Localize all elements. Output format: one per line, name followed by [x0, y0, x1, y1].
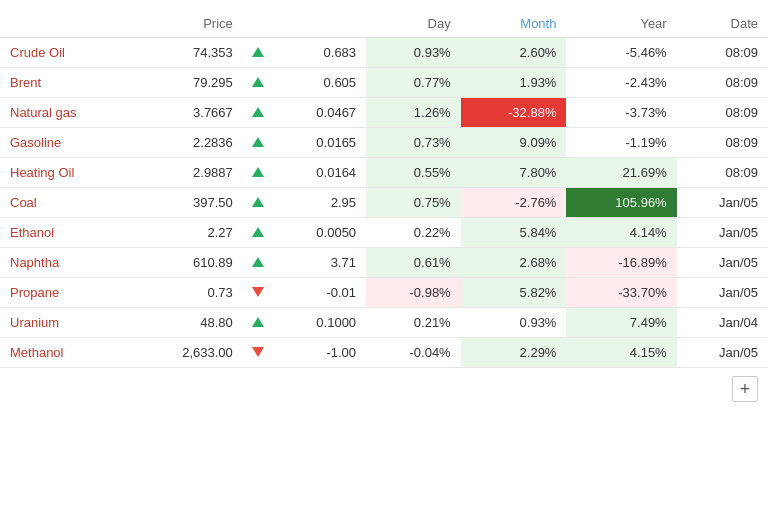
header-year: Year	[566, 10, 676, 38]
add-commodity-button[interactable]: +	[732, 376, 758, 402]
header-month: Month	[461, 10, 567, 38]
arrow-up-icon	[252, 317, 264, 327]
commodity-year: -3.73%	[566, 98, 676, 128]
table-row: Crude Oil74.3530.6830.93%2.60%-5.46%08:0…	[0, 38, 768, 68]
direction-arrow	[243, 158, 274, 188]
commodity-year: -2.43%	[566, 68, 676, 98]
commodity-year: -1.19%	[566, 128, 676, 158]
table-row: Natural gas3.76670.04671.26%-32.88%-3.73…	[0, 98, 768, 128]
commodity-day: -0.98%	[366, 278, 461, 308]
direction-arrow	[243, 338, 274, 368]
add-row-cell: +	[0, 368, 768, 411]
commodity-year: -5.46%	[566, 38, 676, 68]
commodity-change: -1.00	[274, 338, 366, 368]
commodity-date: Jan/05	[677, 188, 768, 218]
commodity-price: 397.50	[134, 188, 243, 218]
commodity-month: 1.93%	[461, 68, 567, 98]
commodity-date: Jan/05	[677, 278, 768, 308]
commodity-date: 08:09	[677, 68, 768, 98]
commodity-date: 08:09	[677, 158, 768, 188]
direction-arrow	[243, 38, 274, 68]
header-change	[274, 10, 366, 38]
commodity-month: -32.88%	[461, 98, 567, 128]
commodity-name: Natural gas	[0, 98, 134, 128]
commodity-date: Jan/05	[677, 218, 768, 248]
commodity-name: Gasoline	[0, 128, 134, 158]
commodity-price: 2,633.00	[134, 338, 243, 368]
commodity-year: -33.70%	[566, 278, 676, 308]
commodity-month: 2.29%	[461, 338, 567, 368]
commodity-change: 0.0165	[274, 128, 366, 158]
table-row: Coal397.502.950.75%-2.76%105.96%Jan/05	[0, 188, 768, 218]
direction-arrow	[243, 278, 274, 308]
commodity-date: 08:09	[677, 98, 768, 128]
commodity-change: 0.0164	[274, 158, 366, 188]
arrow-up-icon	[252, 107, 264, 117]
commodity-price: 2.9887	[134, 158, 243, 188]
arrow-up-icon	[252, 137, 264, 147]
commodity-month: 9.09%	[461, 128, 567, 158]
commodity-month: 7.80%	[461, 158, 567, 188]
commodity-price: 2.27	[134, 218, 243, 248]
commodity-date: Jan/05	[677, 248, 768, 278]
commodity-year: 105.96%	[566, 188, 676, 218]
commodity-year: 4.15%	[566, 338, 676, 368]
commodity-price: 610.89	[134, 248, 243, 278]
commodity-price: 3.7667	[134, 98, 243, 128]
commodity-price: 79.295	[134, 68, 243, 98]
commodities-table-container: Price Day Month Year Date Crude Oil74.35…	[0, 0, 768, 531]
commodity-change: 0.605	[274, 68, 366, 98]
arrow-up-icon	[252, 77, 264, 87]
commodity-day: -0.04%	[366, 338, 461, 368]
arrow-down-icon	[252, 347, 264, 357]
direction-arrow	[243, 248, 274, 278]
commodity-change: 0.0050	[274, 218, 366, 248]
commodity-name: Propane	[0, 278, 134, 308]
table-row: Brent79.2950.6050.77%1.93%-2.43%08:09	[0, 68, 768, 98]
commodity-change: -0.01	[274, 278, 366, 308]
commodity-day: 0.22%	[366, 218, 461, 248]
table-row: Methanol2,633.00-1.00-0.04%2.29%4.15%Jan…	[0, 338, 768, 368]
commodity-change: 0.1000	[274, 308, 366, 338]
commodity-month: 2.60%	[461, 38, 567, 68]
table-row: Gasoline2.28360.01650.73%9.09%-1.19%08:0…	[0, 128, 768, 158]
commodity-name: Coal	[0, 188, 134, 218]
table-row: Propane0.73-0.01-0.98%5.82%-33.70%Jan/05	[0, 278, 768, 308]
commodity-year: 4.14%	[566, 218, 676, 248]
commodity-day: 0.75%	[366, 188, 461, 218]
header-day: Day	[366, 10, 461, 38]
commodity-month: 0.93%	[461, 308, 567, 338]
commodity-name: Ethanol	[0, 218, 134, 248]
table-row: Uranium48.800.10000.21%0.93%7.49%Jan/04	[0, 308, 768, 338]
header-price: Price	[134, 10, 243, 38]
commodity-year: 7.49%	[566, 308, 676, 338]
commodity-year: -16.89%	[566, 248, 676, 278]
direction-arrow	[243, 218, 274, 248]
commodity-name: Brent	[0, 68, 134, 98]
direction-arrow	[243, 188, 274, 218]
commodity-month: 2.68%	[461, 248, 567, 278]
commodity-name: Heating Oil	[0, 158, 134, 188]
arrow-up-icon	[252, 167, 264, 177]
arrow-up-icon	[252, 197, 264, 207]
commodity-day: 0.55%	[366, 158, 461, 188]
table-row: Ethanol2.270.00500.22%5.84%4.14%Jan/05	[0, 218, 768, 248]
commodity-name: Methanol	[0, 338, 134, 368]
header-date: Date	[677, 10, 768, 38]
commodity-price: 2.2836	[134, 128, 243, 158]
commodity-name: Crude Oil	[0, 38, 134, 68]
commodity-name: Uranium	[0, 308, 134, 338]
commodity-change: 2.95	[274, 188, 366, 218]
commodity-day: 0.61%	[366, 248, 461, 278]
commodity-change: 0.0467	[274, 98, 366, 128]
arrow-up-icon	[252, 227, 264, 237]
direction-arrow	[243, 68, 274, 98]
commodity-day: 0.93%	[366, 38, 461, 68]
commodity-month: 5.82%	[461, 278, 567, 308]
commodity-name: Naphtha	[0, 248, 134, 278]
commodity-date: Jan/04	[677, 308, 768, 338]
table-row: Heating Oil2.98870.01640.55%7.80%21.69%0…	[0, 158, 768, 188]
commodity-date: 08:09	[677, 38, 768, 68]
commodity-price: 74.353	[134, 38, 243, 68]
header-name	[0, 10, 134, 38]
